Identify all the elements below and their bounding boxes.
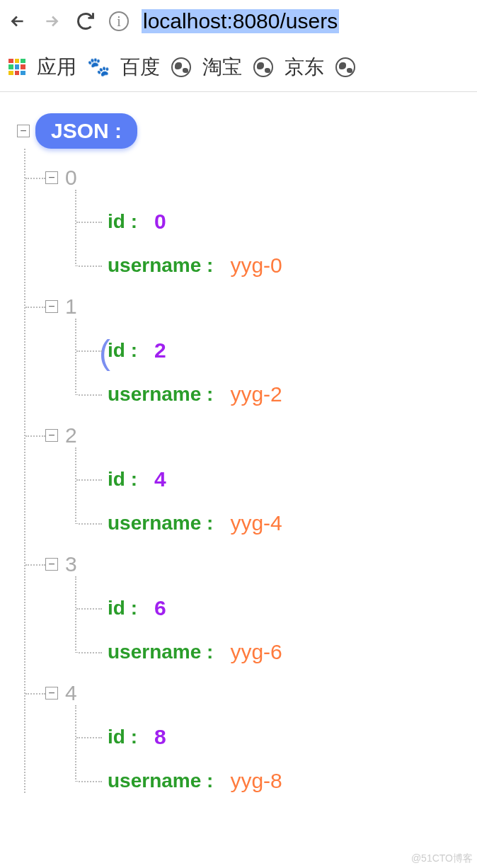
array-index: 1: [65, 295, 77, 319]
array-index: 0: [65, 166, 77, 190]
browser-toolbar: i localhost:8080/users: [0, 0, 477, 42]
bookmarks-bar: 应用 🐾 百度 淘宝 京东: [0, 42, 477, 92]
json-viewer: − JSON : − 0 id : 0 username : yyg-0: [0, 92, 477, 807]
json-key-username: username :: [108, 770, 213, 792]
collapse-icon[interactable]: −: [45, 687, 58, 699]
array-item: − 0 id : 0 username : yyg-0: [25, 149, 470, 278]
json-key-username: username :: [108, 641, 213, 663]
array-index: 4: [65, 681, 77, 705]
collapse-icon[interactable]: −: [45, 171, 58, 184]
json-key-id: id :: [108, 726, 137, 748]
array-item: − 2 id : 4 username : yyg-4: [25, 406, 470, 535]
json-key-username: username :: [108, 254, 213, 277]
json-value-id: 0: [154, 210, 166, 234]
array-index: 2: [65, 423, 77, 447]
json-value-username: yyg-2: [230, 382, 282, 406]
json-value-id: 4: [154, 467, 166, 491]
collapse-icon[interactable]: −: [45, 429, 58, 442]
collapse-icon[interactable]: −: [45, 300, 58, 313]
back-button[interactable]: [7, 11, 28, 32]
globe-icon[interactable]: [253, 57, 273, 77]
apps-icon[interactable]: [8, 59, 25, 76]
array-item: − 4 id : 8 username : yyg-8: [25, 664, 470, 793]
collapse-icon[interactable]: −: [17, 125, 30, 137]
json-value-id: 6: [154, 596, 166, 620]
globe-icon[interactable]: [335, 57, 355, 77]
globe-icon[interactable]: [171, 57, 191, 77]
json-value-username: yyg-8: [230, 769, 282, 793]
json-value-username: yyg-4: [230, 511, 282, 535]
json-value-id: 8: [154, 725, 166, 749]
json-root-label: JSON :: [35, 113, 137, 149]
json-tree: − 0 id : 0 username : yyg-0 − 1 (: [24, 149, 470, 793]
json-key-id: id :: [108, 597, 137, 619]
site-info-icon[interactable]: i: [109, 11, 129, 31]
url-bar[interactable]: localhost:8080/users: [142, 9, 339, 33]
json-key-id: id :: [108, 468, 137, 491]
json-key-username: username :: [108, 512, 213, 535]
json-key-username: username :: [108, 383, 213, 406]
json-value-id: 2: [154, 338, 166, 362]
json-value-username: yyg-6: [230, 640, 282, 664]
bookmark-jd[interactable]: 京东: [285, 54, 324, 81]
array-index: 3: [65, 552, 77, 576]
json-key-id: id :: [108, 339, 137, 362]
collapse-icon[interactable]: −: [45, 558, 58, 571]
reload-button[interactable]: [75, 11, 96, 32]
array-item: − 1 ( id : 2 username : yyg-2: [25, 278, 470, 406]
json-key-id: id :: [108, 210, 137, 233]
forward-button[interactable]: [41, 11, 62, 32]
array-item: − 3 id : 6 username : yyg-6: [25, 535, 470, 664]
bookmark-baidu[interactable]: 百度: [120, 54, 160, 81]
bookmark-apps[interactable]: 应用: [37, 54, 76, 81]
bookmark-taobao[interactable]: 淘宝: [202, 54, 242, 81]
baidu-icon[interactable]: 🐾: [88, 57, 109, 78]
json-value-username: yyg-0: [230, 253, 282, 278]
